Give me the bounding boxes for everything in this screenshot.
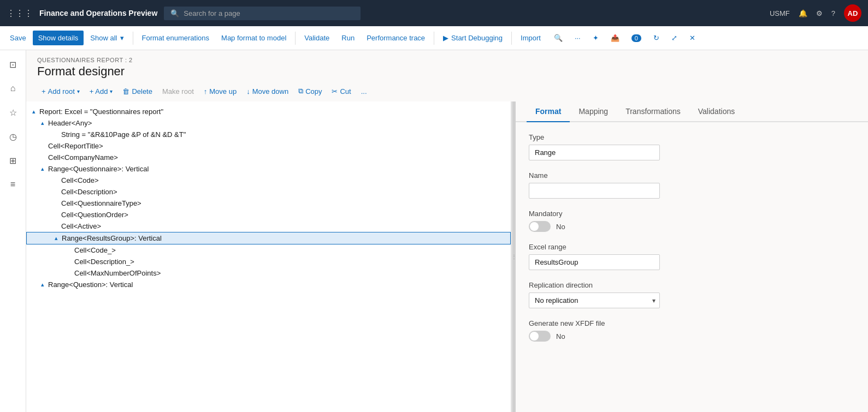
cut-label: Cut — [340, 87, 351, 95]
tree-node-cell-description2[interactable]: Cell<Description_> — [26, 256, 511, 267]
tab-format[interactable]: Format — [527, 101, 570, 122]
tree-node-root[interactable]: ▴ Report: Excel = "Questionnaires report… — [26, 106, 511, 117]
type-label: Type — [529, 133, 855, 141]
down-arrow-icon: ↓ — [246, 87, 250, 95]
cut-icon: ✂ — [332, 87, 338, 95]
add-button[interactable]: + Add ▾ — [85, 85, 117, 98]
breadcrumb: QUESTIONNAIRES REPORT : 2 — [37, 57, 857, 63]
left-sidebar: ⊡ ⌂ ☆ ◷ ⊞ ≡ — [0, 50, 26, 412]
tab-mapping[interactable]: Mapping — [570, 101, 617, 122]
refresh-icon[interactable]: ↻ — [648, 31, 665, 45]
generate-xfdf-toggle[interactable] — [529, 331, 551, 342]
apps-icon[interactable]: ⋮⋮⋮ — [7, 8, 33, 19]
node-cell-desc2-text: Cell<Description_> — [74, 258, 134, 266]
replication-direction-group: Replication direction No replication Ver… — [529, 281, 855, 308]
expand-icon[interactable]: ⤢ — [666, 31, 683, 45]
search-cmd-icon[interactable]: 🔍 — [548, 31, 568, 45]
node-cell-max-text: Cell<MaxNumberOfPoints> — [74, 269, 161, 277]
show-all-button[interactable]: Show all ▾ — [85, 31, 129, 45]
make-root-button[interactable]: Make root — [158, 85, 198, 98]
expand-header-icon[interactable]: ▴ — [39, 120, 46, 127]
replication-direction-select[interactable]: No replication Vertical Horizontal — [529, 292, 660, 308]
tree-node-cell-report-title[interactable]: Cell<ReportTitle> — [26, 140, 511, 152]
map-format-button[interactable]: Map format to model — [216, 31, 292, 45]
expand-range-rg-icon[interactable]: ▴ — [53, 235, 60, 242]
copy-icon: ⧉ — [298, 87, 303, 95]
favorites-icon[interactable]: ✦ — [587, 31, 604, 45]
sidebar-menu-icon[interactable]: ≡ — [3, 175, 23, 194]
tree-node-range-question[interactable]: ▴ Range<Question>: Vertical — [26, 279, 511, 290]
tree-node-header[interactable]: ▴ Header<Any> — [26, 117, 511, 129]
copy-button[interactable]: ⧉ Copy — [294, 84, 326, 98]
tree-node-cell-description[interactable]: Cell<Description> — [26, 186, 511, 198]
sidebar-favorites-icon[interactable]: ☆ — [3, 103, 23, 122]
tab-validations[interactable]: Validations — [689, 101, 743, 122]
start-debugging-button[interactable]: ▶ Start Debugging — [438, 31, 508, 45]
move-down-label: Move down — [252, 87, 288, 95]
name-input[interactable] — [529, 183, 660, 199]
tab-transformations[interactable]: Transformations — [617, 101, 689, 122]
avatar[interactable]: AD — [844, 4, 861, 22]
node-string-text: String = "&R&10Page &P of &N &D &T" — [61, 130, 186, 139]
tree-node-cell-questionnaire-type[interactable]: Cell<QuestionnaireType> — [26, 198, 511, 209]
split-panel: ▴ Report: Excel = "Questionnaires report… — [26, 101, 868, 412]
validate-button[interactable]: Validate — [299, 31, 335, 45]
excel-range-group: Excel range — [529, 243, 855, 270]
import-button[interactable]: Import — [515, 31, 546, 45]
delete-button[interactable]: 🗑 Delete — [118, 85, 157, 98]
more-toolbar-button[interactable]: ... — [357, 85, 371, 98]
replication-direction-label: Replication direction — [529, 281, 855, 289]
tree-node-cell-code2[interactable]: Cell<Code_> — [26, 244, 511, 256]
mandatory-toggle[interactable] — [529, 221, 551, 232]
move-down-button[interactable]: ↓ Move down — [242, 85, 293, 98]
app-title: Finance and Operations Preview — [39, 9, 157, 17]
delete-label: Delete — [132, 87, 152, 95]
node-cell-active-text: Cell<Active> — [61, 222, 101, 230]
expand-range-q-icon[interactable]: ▴ — [39, 165, 46, 172]
performance-trace-button[interactable]: Performance trace — [361, 31, 430, 45]
notification-icon[interactable]: 🔔 — [799, 9, 807, 17]
notifications-icon[interactable]: 📤 — [605, 31, 625, 45]
mandatory-value: No — [556, 223, 565, 231]
user-label: USMF — [770, 9, 790, 17]
right-panel: Format Mapping Transformations Validatio… — [516, 101, 868, 412]
expand-range-quest-icon[interactable]: ▴ — [39, 281, 46, 288]
mandatory-toggle-knob — [530, 222, 539, 231]
tree-node-range-questionnaire[interactable]: ▴ Range<Questionnaire>: Vertical — [26, 163, 511, 175]
tree-node-cell-active[interactable]: Cell<Active> — [26, 220, 511, 232]
tree-node-cell-question-order[interactable]: Cell<QuestionOrder> — [26, 209, 511, 220]
format-enumerations-button[interactable]: Format enumerations — [137, 31, 215, 45]
separator-1 — [133, 32, 133, 45]
badge-button[interactable]: 0 — [626, 31, 647, 45]
sidebar-filter-icon[interactable]: ⊡ — [3, 55, 23, 74]
tree-node-cell-max-number[interactable]: Cell<MaxNumberOfPoints> — [26, 267, 511, 279]
tree-node-cell-code[interactable]: Cell<Code> — [26, 175, 511, 186]
excel-range-input[interactable] — [529, 254, 660, 270]
run-button[interactable]: Run — [336, 31, 360, 45]
node-root-text: Report: Excel = "Questionnaires report" — [39, 108, 163, 116]
save-button[interactable]: Save — [4, 31, 32, 45]
more-options-button[interactable]: ··· — [569, 31, 586, 45]
close-icon[interactable]: ✕ — [684, 31, 701, 45]
search-input[interactable] — [184, 9, 336, 17]
search-bar[interactable]: 🔍 — [164, 7, 361, 20]
type-input[interactable] — [529, 145, 660, 160]
plus-icon: + — [42, 87, 46, 95]
sidebar-recent-icon[interactable]: ◷ — [3, 127, 23, 146]
node-cell-desc-text: Cell<Description> — [61, 188, 117, 196]
node-range-rg-text: Range<ResultsGroup>: Vertical — [62, 234, 162, 242]
sidebar-workspaces-icon[interactable]: ⊞ — [3, 151, 23, 170]
show-details-button[interactable]: Show details — [33, 31, 84, 45]
move-up-button[interactable]: ↑ Move up — [199, 85, 241, 98]
help-icon[interactable]: ? — [831, 9, 835, 17]
tree-node-cell-company-name[interactable]: Cell<CompanyName> — [26, 152, 511, 163]
tree-node-string[interactable]: String = "&R&10Page &P of &N &D &T" — [26, 129, 511, 140]
node-range-quest-text: Range<Question>: Vertical — [48, 280, 133, 289]
settings-icon[interactable]: ⚙ — [816, 9, 823, 17]
tree-node-range-results-group[interactable]: ▴ Range<ResultsGroup>: Vertical — [26, 232, 511, 244]
sidebar-home-icon[interactable]: ⌂ — [3, 79, 23, 98]
expand-root-icon[interactable]: ▴ — [31, 108, 37, 115]
cut-button[interactable]: ✂ Cut — [327, 85, 355, 98]
add-root-button[interactable]: + Add root ▾ — [37, 85, 84, 98]
name-group: Name — [529, 171, 855, 199]
